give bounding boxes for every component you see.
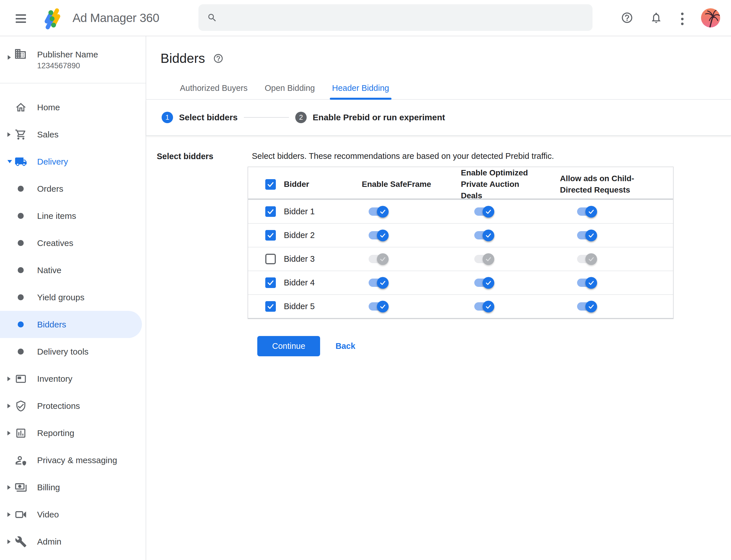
child-directed-toggle[interactable]: [577, 255, 596, 263]
table-row: Bidder 3: [248, 247, 673, 271]
menu-icon[interactable]: [16, 14, 26, 23]
stepper: 1 Select bidders 2 Enable Prebid or run …: [146, 100, 731, 136]
row-checkbox[interactable]: [265, 206, 276, 217]
expand-arrow-icon: [7, 404, 11, 408]
sidebar-item-reporting[interactable]: Reporting: [0, 419, 146, 447]
bidder-name: Bidder 4: [284, 278, 315, 287]
optimized-deals-toggle[interactable]: [474, 279, 493, 287]
row-checkbox[interactable]: [265, 277, 276, 288]
sidebar-item-privacy-messaging[interactable]: Privacy & messaging: [0, 447, 146, 474]
description-text: Select bidders. These recommendations ar…: [252, 151, 731, 161]
safeframe-toggle[interactable]: [368, 231, 388, 239]
bidder-name: Bidder 1: [284, 207, 315, 216]
sidebar-item-line-items[interactable]: Line items: [0, 202, 146, 229]
bidder-name: Bidder 3: [284, 254, 315, 264]
wrench-icon: [14, 535, 27, 548]
optimized-deals-toggle[interactable]: [474, 255, 493, 263]
column-header-bidder: Bidder: [284, 180, 309, 189]
section-label: Select bidders: [146, 151, 248, 356]
search-input[interactable]: [225, 13, 584, 23]
bidder-name: Bidder 5: [284, 302, 315, 311]
bullet-icon: [18, 213, 24, 219]
publisher-name: Publisher Name: [37, 50, 98, 59]
expand-arrow-icon: [7, 377, 11, 381]
page-help-icon[interactable]: [213, 53, 224, 64]
sidebar-item-creatives[interactable]: Creatives: [0, 229, 146, 257]
step-number: 1: [162, 112, 173, 123]
child-directed-toggle[interactable]: [577, 231, 596, 239]
safeframe-toggle[interactable]: [368, 302, 388, 311]
sidebar-item-bidders[interactable]: Bidders: [0, 311, 142, 338]
sidebar-item-home[interactable]: Home: [0, 94, 146, 121]
collapse-arrow-icon: [7, 160, 12, 163]
sidebar-item-delivery-tools[interactable]: Delivery tools: [0, 338, 146, 365]
sidebar-item-yield-groups[interactable]: Yield groups: [0, 284, 146, 311]
expand-arrow-icon: [7, 512, 11, 517]
bullet-icon: [18, 349, 24, 355]
sidebar-item-protections[interactable]: Protections: [0, 392, 146, 419]
child-directed-toggle[interactable]: [577, 279, 596, 287]
table-row: Bidder 4: [248, 271, 673, 294]
person-shield-icon: [14, 454, 27, 467]
bullet-icon: [18, 186, 24, 192]
safeframe-toggle[interactable]: [368, 255, 388, 263]
table-row: Bidder 1: [248, 199, 673, 223]
safeframe-toggle[interactable]: [368, 207, 388, 216]
bullet-icon: [18, 267, 24, 273]
optimized-deals-toggle[interactable]: [474, 207, 493, 216]
continue-button[interactable]: Continue: [257, 336, 320, 356]
sidebar-item-video[interactable]: Video: [0, 501, 146, 528]
expand-arrow-icon: [7, 485, 11, 490]
sidebar-item-billing[interactable]: Billing: [0, 474, 146, 501]
main-content: Bidders Authorized Buyers Open Bidding H…: [146, 36, 731, 560]
child-directed-toggle[interactable]: [577, 302, 596, 311]
bidders-table: Bidder Enable SafeFrame Enable Optimized…: [248, 167, 674, 319]
optimized-deals-toggle[interactable]: [474, 302, 493, 311]
building-icon: [14, 47, 27, 61]
search-bar[interactable]: [199, 4, 592, 31]
sidebar-item-delivery[interactable]: Delivery: [0, 148, 146, 175]
step-enable-prebid[interactable]: 2 Enable Prebid or run experiment: [295, 112, 445, 123]
tab-authorized-buyers[interactable]: Authorized Buyers: [171, 83, 256, 99]
tabs: Authorized Buyers Open Bidding Header Bi…: [146, 83, 731, 100]
sidebar-item-admin[interactable]: Admin: [0, 528, 146, 555]
tab-open-bidding[interactable]: Open Bidding: [256, 83, 324, 99]
ad-manager-logo[interactable]: [39, 6, 63, 30]
step-select-bidders[interactable]: 1 Select bidders: [162, 112, 238, 123]
expand-arrow-icon: [7, 539, 11, 544]
row-checkbox[interactable]: [265, 301, 276, 312]
bullet-icon: [18, 321, 24, 327]
publisher-id: 1234567890: [37, 61, 80, 70]
select-all-checkbox[interactable]: [265, 179, 276, 190]
shield-check-icon: [14, 399, 27, 412]
help-icon[interactable]: [621, 11, 633, 25]
optimized-deals-toggle[interactable]: [474, 231, 493, 239]
publisher-account-selector[interactable]: Publisher Name 1234567890: [0, 36, 146, 83]
payments-icon: [14, 481, 27, 494]
expand-arrow-icon: [7, 431, 11, 435]
avatar[interactable]: [701, 8, 720, 27]
tab-header-bidding[interactable]: Header Bidding: [324, 83, 398, 99]
child-directed-toggle[interactable]: [577, 207, 596, 216]
bidder-name: Bidder 2: [284, 231, 315, 240]
app-title: Ad Manager 360: [73, 11, 159, 25]
safeframe-toggle[interactable]: [368, 279, 388, 287]
more-vert-icon[interactable]: [679, 13, 685, 25]
sidebar-item-native[interactable]: Native: [0, 257, 146, 284]
expand-arrow-icon: [8, 55, 11, 60]
back-button[interactable]: Back: [334, 341, 357, 351]
home-icon: [14, 101, 27, 114]
sidebar-item-orders[interactable]: Orders: [0, 175, 146, 202]
bullet-icon: [18, 240, 24, 246]
cart-icon: [14, 128, 27, 141]
ad-manager-app: Ad Manager 360: [0, 0, 731, 560]
row-checkbox[interactable]: [265, 230, 276, 241]
row-checkbox[interactable]: [265, 254, 276, 264]
page-title: Bidders: [161, 51, 205, 66]
sidebar-item-inventory[interactable]: Inventory: [0, 365, 146, 392]
sidebar-item-sales[interactable]: Sales: [0, 121, 146, 148]
column-header-optimized-deals: Enable Optimized Private Auction Deals: [461, 167, 555, 201]
column-header-safeframe: Enable SafeFrame: [362, 179, 456, 190]
notifications-icon[interactable]: [650, 11, 662, 25]
truck-icon: [14, 155, 27, 168]
